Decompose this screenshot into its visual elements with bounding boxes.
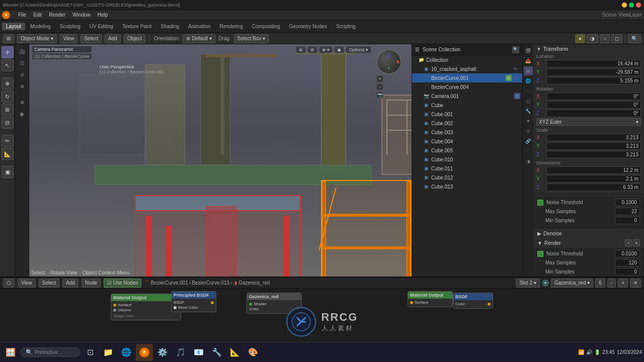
ol-cube001[interactable]: ▣ Cube.001 bbox=[412, 110, 522, 119]
nav-cube-widget[interactable]: Z X Y bbox=[376, 49, 401, 74]
view-layer-tab[interactable]: 🗂 bbox=[524, 66, 533, 75]
outliner-filter-button[interactable]: 🔍 bbox=[512, 46, 519, 53]
render-section-header[interactable]: ▼ Render + ≡ bbox=[533, 238, 644, 248]
modifier-tab[interactable]: 🔧 bbox=[524, 107, 533, 116]
viewport-3d[interactable]: Z X Y + - 📷 Camera Panoramic (1) Collect… bbox=[29, 44, 412, 277]
ol-cube003[interactable]: ▣ Cube.003 bbox=[412, 128, 522, 137]
ol-beziercurve001[interactable]: ⌒ BezierCurve.001 M 👁 bbox=[412, 73, 522, 82]
viewport-navigation-cube[interactable]: Z X Y + - 📷 bbox=[376, 49, 407, 79]
dim-x-value[interactable]: 12.2 m bbox=[546, 166, 641, 174]
node-view-menu[interactable]: View bbox=[18, 279, 36, 288]
render-add-button[interactable]: + bbox=[625, 239, 632, 246]
viewport-shading-rendered[interactable]: ○ bbox=[600, 34, 610, 43]
tab-sculpting[interactable]: Sculpting bbox=[56, 23, 85, 30]
vp-noise-value[interactable]: 0.1000 bbox=[615, 199, 640, 206]
overlay-toggle[interactable]: ⊚ bbox=[296, 46, 306, 53]
physics-tab[interactable]: ⚛ bbox=[524, 127, 533, 136]
scale-tool[interactable]: ⊞ bbox=[2, 104, 14, 116]
tab-rendering[interactable]: Rendering bbox=[216, 23, 247, 30]
tab-uv-editing[interactable]: UV Editing bbox=[86, 23, 117, 30]
options-button[interactable]: Options ▾ bbox=[346, 46, 371, 53]
node-output[interactable]: Material Output Surface bbox=[408, 291, 453, 307]
ol-asphalt[interactable]: ▣ 10_cracked_asphalt 👁 bbox=[412, 64, 522, 73]
zoom-out-button[interactable]: - bbox=[376, 83, 383, 90]
ol-cube[interactable]: ▣ Cube bbox=[412, 101, 522, 110]
display-icon[interactable]: ⊡ bbox=[17, 58, 27, 68]
render-list-button[interactable]: ≡ bbox=[633, 239, 640, 246]
tab-geometry-nodes[interactable]: Geometry Nodes bbox=[285, 23, 331, 30]
viewport-shading-solid[interactable]: ● bbox=[575, 34, 585, 43]
location-x-value[interactable]: 16.424 m bbox=[546, 60, 641, 67]
dim-y-value[interactable]: 2.1 m bbox=[546, 175, 641, 183]
drag-dropdown[interactable]: Select Box ▾ bbox=[234, 34, 269, 43]
start-button[interactable]: 🪟 bbox=[2, 344, 19, 361]
camera-view-button[interactable]: 📷 bbox=[376, 92, 383, 99]
tab-animation[interactable]: Animation bbox=[184, 23, 214, 30]
tab-shading[interactable]: Shading bbox=[156, 23, 183, 30]
close-button[interactable] bbox=[636, 3, 641, 8]
data-tab[interactable]: ⌒ bbox=[524, 147, 533, 156]
ol-cube004[interactable]: ▣ Cube.004 bbox=[412, 137, 522, 146]
node-editor-type[interactable]: ⬡ bbox=[3, 279, 15, 288]
tab-modeling[interactable]: Modeling bbox=[26, 23, 55, 30]
render-noise-value[interactable]: 0.0100 bbox=[615, 250, 640, 257]
ol-cube010[interactable]: ▣ Cube.010 bbox=[412, 155, 522, 164]
tab-compositing[interactable]: Compositing bbox=[248, 23, 284, 30]
ol-cube012[interactable]: ▣ Cube.012 bbox=[412, 173, 522, 182]
node-close[interactable]: ✕ bbox=[630, 279, 641, 288]
viewport-shading-material[interactable]: ◑ bbox=[587, 34, 598, 43]
menu-edit[interactable]: Edit bbox=[30, 12, 45, 18]
scene-tab[interactable]: 🌐 bbox=[524, 76, 533, 85]
particles-tab[interactable]: ✦ bbox=[524, 117, 533, 126]
object-mode-dropdown[interactable]: Object Mode ▾ bbox=[17, 34, 57, 43]
vp-min-value[interactable]: 0 bbox=[615, 217, 640, 224]
tab-layout[interactable]: Layout bbox=[2, 23, 25, 30]
taskbar-browser[interactable]: 🌐 bbox=[118, 344, 135, 361]
material-dropdown[interactable]: Gazenica_red ▾ bbox=[551, 279, 593, 288]
vp-max-value[interactable]: 22 bbox=[615, 208, 640, 215]
ol-cube002[interactable]: ▣ Cube.002 bbox=[412, 119, 522, 128]
dim-z-value[interactable]: 6.33 m bbox=[546, 184, 641, 191]
menu-render[interactable]: Render bbox=[46, 12, 68, 18]
orientation-dropdown[interactable]: ⊕ Default ▾ bbox=[183, 34, 215, 43]
taskbar-app6[interactable]: 📐 bbox=[226, 344, 244, 361]
select-menu[interactable]: Select bbox=[80, 34, 102, 43]
render-min-value[interactable]: 0 bbox=[615, 268, 640, 276]
snap-icon[interactable]: ⊕ bbox=[17, 97, 27, 107]
add-cube-tool[interactable]: ▣ bbox=[2, 166, 14, 178]
rotation-mode-dropdown[interactable]: XYZ Euler ▾ bbox=[536, 118, 641, 126]
taskbar-app3[interactable]: 🎵 bbox=[172, 344, 189, 361]
object-menu[interactable]: Object bbox=[124, 34, 145, 43]
viewport-shading-wireframe[interactable]: ◻ bbox=[611, 34, 622, 43]
rotation-z-value[interactable]: 0° bbox=[546, 110, 641, 117]
cursor-tool[interactable]: ✛ bbox=[2, 46, 14, 58]
editor-type-button[interactable]: ⊞ bbox=[3, 34, 14, 43]
render-noise-checkbox[interactable] bbox=[537, 251, 543, 257]
taskbar-app5[interactable]: 🔧 bbox=[208, 344, 225, 361]
ol-collection[interactable]: 📁 Collection bbox=[412, 55, 522, 64]
scale-z-value[interactable]: 3.213 bbox=[546, 151, 641, 158]
breadcrumb-mat[interactable]: Gazenica_red bbox=[238, 280, 270, 286]
node-select-menu[interactable]: Select bbox=[39, 279, 60, 288]
ol-beziercurve004[interactable]: ⌒ BezierCurve.004 bbox=[412, 82, 522, 92]
constraints-tab[interactable]: 🔗 bbox=[524, 137, 533, 146]
ol-cube005[interactable]: ▣ Cube.005 bbox=[412, 146, 522, 155]
proportional-icon[interactable]: ◉ bbox=[17, 109, 27, 119]
taskbar-app4[interactable]: 📧 bbox=[190, 344, 207, 361]
tab-scripting[interactable]: Scripting bbox=[332, 23, 360, 30]
menu-file[interactable]: File bbox=[15, 12, 29, 18]
proportional-toggle[interactable]: ◉ bbox=[334, 46, 344, 53]
taskbar-app7[interactable]: 🎨 bbox=[245, 344, 262, 361]
node-node-menu[interactable]: Node bbox=[82, 279, 101, 288]
rotate-tool[interactable]: ↻ bbox=[2, 90, 14, 103]
location-z-value[interactable]: 5.155 m bbox=[546, 77, 641, 84]
zoom-in-button[interactable]: + bbox=[376, 75, 383, 82]
scale-y-value[interactable]: 3.213 bbox=[546, 142, 641, 150]
move-tool[interactable]: ⊕ bbox=[2, 77, 14, 89]
overlay-icon[interactable]: ⊚ bbox=[17, 69, 27, 79]
taskbar-explorer[interactable]: 📁 bbox=[100, 344, 117, 361]
node-zoom-out[interactable]: - bbox=[607, 279, 616, 288]
maximize-button[interactable] bbox=[629, 3, 634, 8]
scale-x-value[interactable]: 3.213 bbox=[546, 134, 641, 141]
snapping-toggle[interactable]: ⊕ ▾ bbox=[319, 46, 333, 53]
